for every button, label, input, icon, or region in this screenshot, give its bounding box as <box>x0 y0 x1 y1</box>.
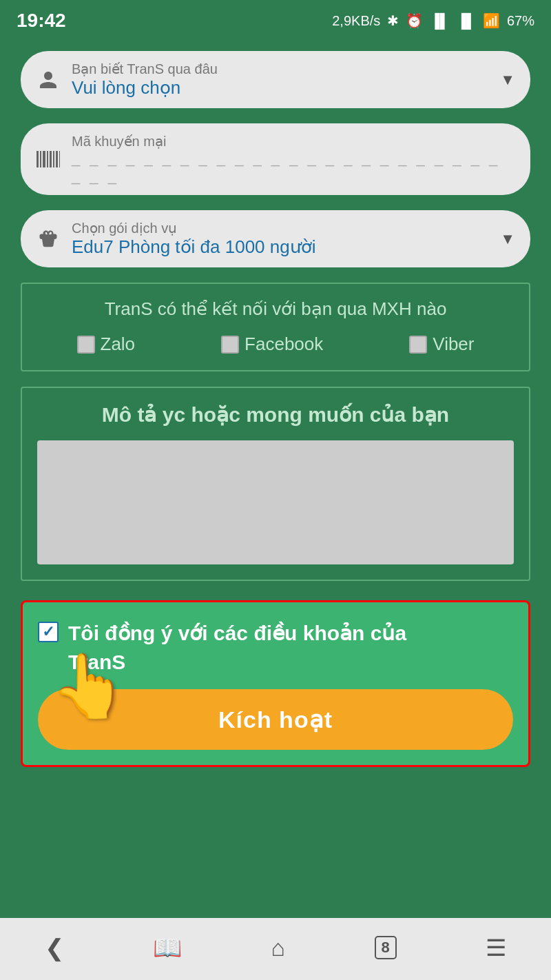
zalo-option[interactable]: Zalo <box>77 334 136 355</box>
zalo-label: Zalo <box>101 334 136 355</box>
social-section-title: TranS có thể kết nối với bạn qua MXH nào <box>37 296 514 321</box>
bottom-nav: ❮ 📖 ⌂ 8 ☰ <box>0 918 551 980</box>
svg-rect-3 <box>47 151 48 167</box>
wifi-icon: 📶 <box>483 12 500 29</box>
pointing-hand-icon: 👆 <box>50 651 127 720</box>
agree-checkbox[interactable] <box>38 622 59 642</box>
dropdown-arrow: ▼ <box>500 71 515 89</box>
gift-icon <box>36 229 61 249</box>
social-section: TranS có thể kết nối với bạn qua MXH nào… <box>21 283 530 371</box>
svg-rect-2 <box>43 151 45 167</box>
svg-rect-1 <box>40 151 41 167</box>
svg-rect-7 <box>59 151 60 167</box>
facebook-label: Facebook <box>245 334 323 355</box>
tab-count-badge: 8 <box>375 936 397 959</box>
alarm-icon: ⏰ <box>406 12 423 29</box>
viber-label: Viber <box>433 334 474 355</box>
service-field-content: Chọn gói dịch vụ Edu7 Phòng tối đa 1000 … <box>72 220 489 258</box>
nav-back[interactable]: ❮ <box>45 934 64 961</box>
promo-field[interactable]: Mã khuyến mại _ _ _ _ _ _ _ _ _ _ _ _ _ … <box>21 123 530 195</box>
battery-indicator: 67% <box>507 13 534 29</box>
description-section: Mô tả yc hoặc mong muốn của bạn <box>21 387 530 581</box>
back-icon: ❮ <box>45 934 64 961</box>
nav-book[interactable]: 📖 <box>153 934 182 961</box>
referral-value: Vui lòng chọn <box>72 77 180 98</box>
speed-indicator: 2,9KB/s <box>332 13 380 29</box>
referral-dropdown[interactable]: Bạn biết TranS qua đâu Vui lòng chọn ▼ <box>21 51 530 108</box>
signal-icon-1: ▐▌ <box>430 13 449 29</box>
status-icons: 2,9KB/s ✱ ⏰ ▐▌ ▐▌ 📶 67% <box>332 12 534 29</box>
zalo-checkbox[interactable] <box>77 336 95 354</box>
status-bar: 19:42 2,9KB/s ✱ ⏰ ▐▌ ▐▌ 📶 67% <box>0 0 551 39</box>
signal-icon-2: ▐▌ <box>457 13 476 29</box>
facebook-checkbox[interactable] <box>221 336 239 354</box>
nav-menu[interactable]: ☰ <box>486 934 506 961</box>
hand-cursor: 👆 <box>50 655 127 717</box>
service-dropdown[interactable]: Chọn gói dịch vụ Edu7 Phòng tối đa 1000 … <box>21 210 530 267</box>
svg-rect-4 <box>50 151 52 167</box>
service-value: Edu7 Phòng tối đa 1000 người <box>72 236 315 257</box>
action-section: Tôi đồng ý với các điều khoản của TranS … <box>21 600 530 767</box>
promo-label: Mã khuyến mại <box>72 133 515 150</box>
svg-rect-6 <box>56 151 58 167</box>
bluetooth-icon: ✱ <box>387 12 399 29</box>
social-options-row: Zalo Facebook Viber <box>37 334 514 355</box>
svg-rect-0 <box>37 151 39 167</box>
viber-checkbox[interactable] <box>409 336 427 354</box>
nav-home[interactable]: ⌂ <box>271 935 286 961</box>
description-textarea[interactable] <box>37 440 514 564</box>
person-icon <box>36 70 61 90</box>
menu-icon: ☰ <box>486 934 506 961</box>
svg-rect-5 <box>53 151 54 167</box>
viber-option[interactable]: Viber <box>409 334 474 355</box>
service-dropdown-arrow: ▼ <box>500 230 515 248</box>
promo-placeholder: _ _ _ _ _ _ _ _ _ _ _ _ _ _ _ _ _ _ _ _ … <box>72 150 500 185</box>
main-content: Bạn biết TranS qua đâu Vui lòng chọn ▼ M… <box>0 39 551 918</box>
barcode-icon <box>36 151 61 167</box>
description-title: Mô tả yc hoặc mong muốn của bạn <box>37 400 514 429</box>
status-time: 19:42 <box>17 10 66 32</box>
book-icon: 📖 <box>153 934 182 961</box>
referral-field-content: Bạn biết TranS qua đâu Vui lòng chọn <box>72 61 489 99</box>
home-icon: ⌂ <box>271 935 286 961</box>
referral-label: Bạn biết TranS qua đâu <box>72 61 489 77</box>
facebook-option[interactable]: Facebook <box>221 334 323 355</box>
nav-tabs[interactable]: 8 <box>375 936 397 959</box>
promo-field-content: Mã khuyến mại _ _ _ _ _ _ _ _ _ _ _ _ _ … <box>72 133 515 185</box>
service-label: Chọn gói dịch vụ <box>72 220 489 236</box>
